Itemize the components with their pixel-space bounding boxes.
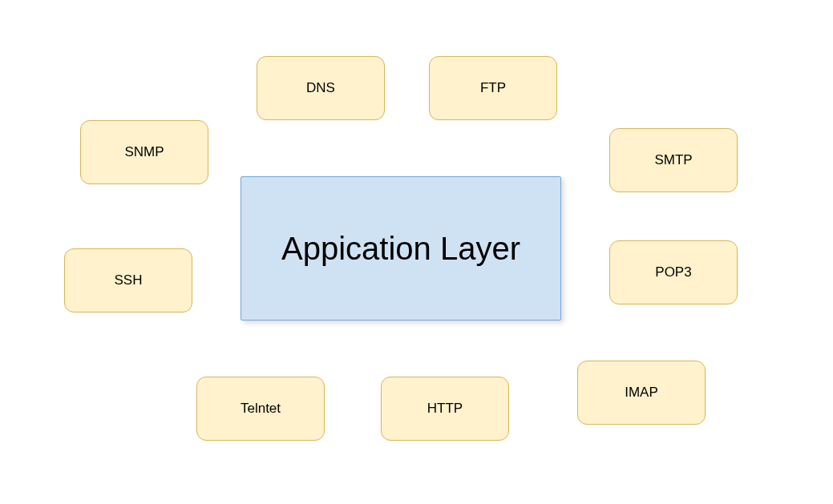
protocol-node-ssh[interactable]: SSH: [64, 248, 192, 312]
protocol-node-imap[interactable]: IMAP: [577, 361, 706, 425]
protocol-label: Telntet: [241, 401, 281, 417]
protocol-node-smtp[interactable]: SMTP: [609, 128, 738, 192]
protocol-label: IMAP: [625, 385, 658, 401]
protocol-node-ftp[interactable]: FTP: [429, 56, 557, 120]
protocol-label: SSH: [115, 272, 143, 288]
protocol-label: SNMP: [124, 144, 164, 160]
diagram-canvas: DNS FTP SNMP SMTP SSH POP3 Telntet HTTP …: [0, 0, 833, 504]
protocol-label: HTTP: [427, 401, 463, 417]
center-label: Appication Layer: [281, 231, 520, 267]
protocol-label: SMTP: [654, 152, 692, 168]
center-node-application-layer[interactable]: Appication Layer: [241, 176, 561, 321]
protocol-node-http[interactable]: HTTP: [381, 377, 509, 441]
protocol-node-pop3[interactable]: POP3: [609, 240, 738, 304]
protocol-label: FTP: [480, 80, 506, 96]
protocol-node-snmp[interactable]: SNMP: [80, 120, 208, 184]
protocol-node-dns[interactable]: DNS: [257, 56, 385, 120]
protocol-label: POP3: [655, 264, 691, 280]
protocol-node-telnet[interactable]: Telntet: [196, 377, 325, 441]
protocol-label: DNS: [306, 80, 335, 96]
